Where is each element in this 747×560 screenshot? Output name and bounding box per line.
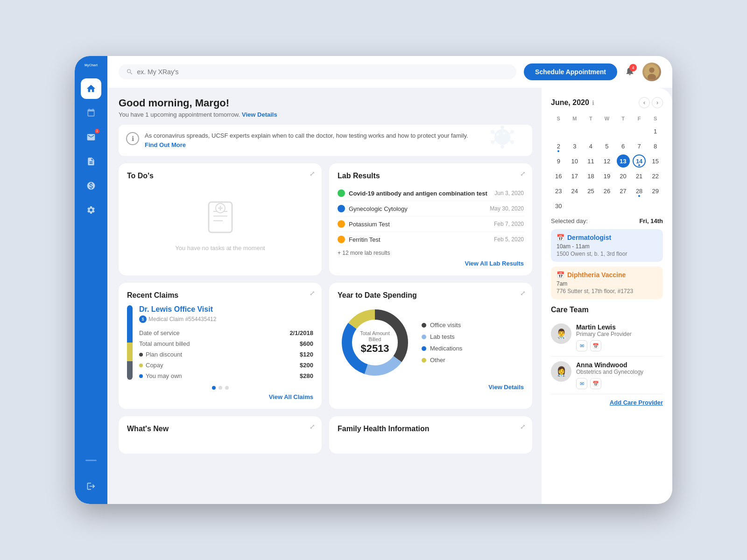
- care-member-message-btn[interactable]: ✉: [576, 340, 587, 351]
- calendar-day[interactable]: 11: [584, 154, 597, 168]
- schedule-appointment-button[interactable]: Schedule Appointment: [524, 63, 617, 80]
- calendar-day[interactable]: 12: [600, 154, 613, 168]
- calendar-day[interactable]: 28: [633, 184, 646, 197]
- family-health-title: Family Health Information: [338, 425, 524, 433]
- calendar-day[interactable]: 25: [584, 184, 597, 197]
- calendar-day[interactable]: 13: [617, 154, 630, 168]
- todo-empty-state: You have no tasks at the moment: [127, 186, 313, 266]
- calendar-day[interactable]: 15: [649, 154, 662, 168]
- lab-result-item: Potassium Test Feb 7, 2020: [338, 217, 524, 232]
- todo-expand-icon[interactable]: ⤢: [310, 170, 315, 177]
- calendar-day[interactable]: 26: [600, 184, 613, 197]
- view-spending-details-link[interactable]: View Details: [338, 384, 524, 391]
- lab-results-title: Lab Results: [338, 172, 524, 180]
- alert-text: As coronavirus spreads, UCSF experts exp…: [145, 131, 468, 149]
- calendar-day[interactable]: 16: [552, 169, 565, 182]
- calendar-day[interactable]: 9: [552, 154, 565, 168]
- calendar-day[interactable]: 17: [568, 169, 581, 182]
- view-all-lab-results-link[interactable]: View All Lab Results: [338, 260, 524, 267]
- legend-dot-other: [422, 358, 426, 363]
- user-avatar[interactable]: [642, 63, 661, 81]
- svg-point-5: [500, 145, 504, 148]
- greeting-title: Good morning, Margo!: [119, 97, 532, 109]
- calendar-day[interactable]: 21: [633, 169, 646, 182]
- sidebar-item-messages[interactable]: 1: [81, 127, 101, 147]
- calendar-day[interactable]: 6: [617, 140, 630, 153]
- sidebar-item-records[interactable]: [81, 151, 101, 172]
- find-out-more-link[interactable]: Find Out More: [145, 141, 186, 148]
- family-health-expand-icon[interactable]: ⤢: [520, 423, 526, 430]
- recent-claims-expand-icon[interactable]: ⤢: [310, 289, 315, 297]
- claim-rows: Date of service 2/1/2018 Total amount bi…: [139, 328, 313, 381]
- calendar-day[interactable]: 14: [633, 154, 646, 168]
- greeting-section: Good morning, Margo! You have 1 upcoming…: [119, 97, 532, 118]
- selected-day-label: Selected day:: [551, 217, 588, 224]
- page-dot-1[interactable]: [212, 386, 216, 390]
- sidebar-item-calendar[interactable]: [81, 103, 101, 123]
- calendar-day[interactable]: 4: [584, 140, 597, 153]
- care-member-role: Obstetrics and Gynecology: [576, 369, 663, 375]
- svg-point-16: [496, 133, 499, 135]
- calendar-day[interactable]: 24: [568, 184, 581, 197]
- content-area: Good morning, Margo! You have 1 upcoming…: [107, 88, 672, 504]
- search-bar[interactable]: [119, 64, 516, 79]
- care-team-member: 👨‍⚕️ Martin Lewis Primary Care Provider …: [551, 319, 663, 357]
- calendar-day[interactable]: 10: [568, 154, 581, 168]
- whats-new-expand-icon[interactable]: ⤢: [310, 423, 315, 430]
- info-icon: ℹ: [126, 132, 139, 145]
- calendar-day[interactable]: 8: [649, 140, 662, 153]
- view-details-link[interactable]: View Details: [242, 111, 277, 118]
- search-input[interactable]: [137, 68, 509, 76]
- calendar-day[interactable]: 22: [649, 169, 662, 182]
- appointments-list: 📅 Dermatologist 10am - 11am 1500 Owen st…: [551, 229, 663, 299]
- sidebar: MyChart 1: [75, 56, 107, 504]
- care-member-calendar-btn[interactable]: 📅: [590, 340, 601, 351]
- sidebar-item-logout[interactable]: [81, 476, 101, 497]
- topbar-right: 4: [625, 63, 661, 81]
- calendar-next-btn[interactable]: ›: [652, 97, 663, 108]
- page-dot-2[interactable]: [218, 386, 222, 390]
- legend-other: Other: [422, 357, 462, 364]
- add-care-provider-link[interactable]: Add Care Provider: [551, 399, 663, 406]
- view-all-claims-link[interactable]: View All Claims: [127, 393, 313, 400]
- whats-new-card: What's New ⤢: [119, 416, 322, 454]
- calendar-day[interactable]: 29: [649, 184, 662, 197]
- claim-row: Total amount billed $600: [139, 338, 313, 349]
- legend-dot-medications: [422, 346, 426, 351]
- care-member-calendar-btn[interactable]: 📅: [590, 378, 601, 389]
- calendar-day[interactable]: 23: [552, 184, 565, 197]
- calendar-day[interactable]: 1: [649, 125, 662, 138]
- sidebar-item-home[interactable]: [81, 78, 101, 99]
- care-team-title: Care Team: [551, 306, 663, 314]
- claim-badge: $ Medical Claim #554435412: [139, 315, 313, 323]
- notification-bell[interactable]: 4: [625, 66, 635, 78]
- lab-results-expand-icon[interactable]: ⤢: [520, 170, 526, 177]
- sidebar-item-billing[interactable]: [81, 175, 101, 196]
- calendar-day[interactable]: 27: [617, 184, 630, 197]
- page-dot-3[interactable]: [225, 386, 229, 390]
- appointment-card[interactable]: 📅 Dermatologist 10am - 11am 1500 Owen st…: [551, 229, 663, 262]
- calendar-day[interactable]: 20: [617, 169, 630, 182]
- calendar-prev-btn[interactable]: ‹: [639, 97, 650, 108]
- calendar-day[interactable]: 30: [552, 199, 565, 212]
- family-health-card: Family Health Information ⤢: [329, 416, 532, 454]
- sidebar-item-settings[interactable]: [81, 200, 101, 220]
- svg-point-9: [510, 140, 514, 144]
- right-panel: June, 2020 ℹ ‹ › SMTWTFS1234567891011121…: [542, 88, 672, 504]
- care-member-message-btn[interactable]: ✉: [576, 378, 587, 389]
- spending-title: Year to Date Spending: [338, 291, 524, 300]
- appointment-card[interactable]: 📅 Diphtheria Vaccine 7am 776 Sutter st, …: [551, 266, 663, 299]
- svg-point-17: [503, 132, 506, 134]
- calendar-day[interactable]: 18: [584, 169, 597, 182]
- alert-banner: ℹ As coronavirus spreads, UCSF experts e…: [119, 125, 532, 156]
- donut-label: Total Amount Billed: [356, 330, 394, 343]
- spending-expand-icon[interactable]: ⤢: [520, 289, 526, 297]
- calendar-info-icon[interactable]: ℹ: [592, 99, 594, 106]
- calendar-day[interactable]: 2: [552, 140, 565, 153]
- sidebar-toggle[interactable]: [85, 460, 97, 461]
- greeting-subtitle: You have 1 upcoming appointment tomorrow…: [119, 111, 532, 118]
- calendar-day[interactable]: 19: [600, 169, 613, 182]
- calendar-day[interactable]: 3: [568, 140, 581, 153]
- calendar-day[interactable]: 5: [600, 140, 613, 153]
- calendar-day[interactable]: 7: [633, 140, 646, 153]
